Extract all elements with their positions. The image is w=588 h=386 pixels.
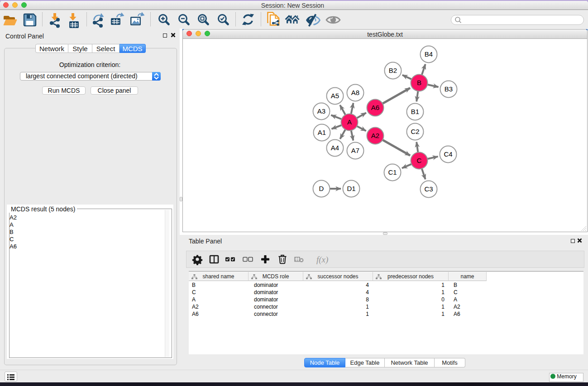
svg-text:C3: C3	[424, 185, 433, 193]
svg-text:D: D	[319, 185, 324, 192]
svg-text:C: C	[417, 157, 422, 164]
svg-text:A4: A4	[331, 144, 339, 152]
svg-text:A: A	[347, 118, 352, 126]
svg-text:B1: B1	[411, 108, 419, 115]
svg-text:f(x): f(x)	[316, 255, 328, 265]
svg-text:A6: A6	[371, 104, 379, 111]
svg-text:A1: A1	[318, 129, 326, 136]
svg-text:B2: B2	[389, 67, 397, 74]
svg-text:A5: A5	[331, 92, 339, 100]
svg-text:B: B	[417, 79, 421, 86]
svg-text:D1: D1	[347, 185, 355, 192]
svg-text:A7: A7	[351, 147, 359, 154]
svg-text:C4: C4	[444, 150, 452, 158]
svg-text:A2: A2	[371, 132, 379, 139]
svg-text:B3: B3	[445, 85, 453, 93]
svg-text:A3: A3	[317, 107, 325, 115]
svg-text:B4: B4	[425, 50, 433, 58]
svg-text:A8: A8	[351, 89, 359, 96]
svg-text:C1: C1	[388, 168, 397, 176]
svg-text:C2: C2	[411, 128, 419, 135]
